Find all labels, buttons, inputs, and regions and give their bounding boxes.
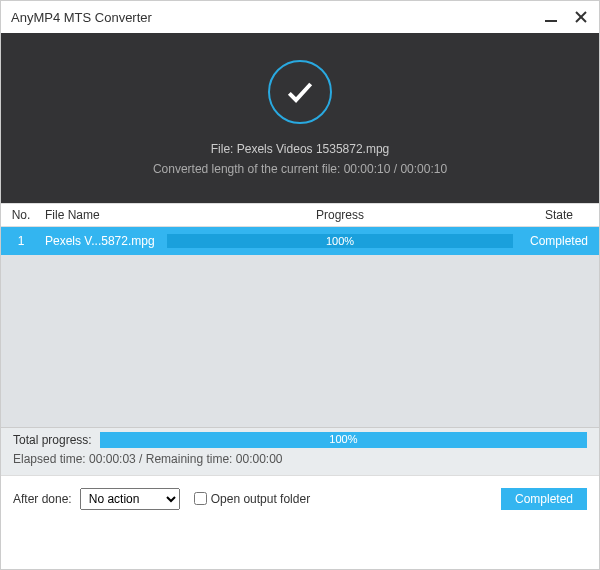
table-body: 1 Pexels V...5872.mpg 100% Completed [1, 227, 599, 427]
cell-no: 1 [1, 234, 41, 248]
window-title: AnyMP4 MTS Converter [11, 10, 152, 25]
current-file-label: File: Pexels Videos 1535872.mpg [211, 142, 390, 156]
cell-filename: Pexels V...5872.mpg [41, 234, 161, 248]
completed-button[interactable]: Completed [501, 488, 587, 510]
checkmark-icon [268, 60, 332, 124]
table-row[interactable]: 1 Pexels V...5872.mpg 100% Completed [1, 227, 599, 255]
total-progress-label: Total progress: [13, 433, 92, 447]
footer-controls: After done: No action Open output folder… [1, 475, 599, 521]
minimize-icon[interactable] [543, 9, 559, 25]
row-progress-label: 100% [161, 235, 519, 247]
total-progress-panel: Total progress: 100% Elapsed time: 00:00… [1, 427, 599, 475]
total-progress-pct: 100% [100, 433, 587, 445]
hero-panel: File: Pexels Videos 1535872.mpg Converte… [1, 33, 599, 203]
time-info: Elapsed time: 00:00:03 / Remaining time:… [13, 452, 587, 466]
open-output-folder-checkbox[interactable]: Open output folder [194, 492, 310, 506]
title-bar: AnyMP4 MTS Converter [1, 1, 599, 33]
converted-length-label: Converted length of the current file: 00… [153, 162, 447, 176]
cell-progress: 100% [161, 234, 519, 248]
open-output-folder-label: Open output folder [211, 492, 310, 506]
table-header: No. File Name Progress State [1, 203, 599, 227]
window-controls [543, 9, 589, 25]
header-progress: Progress [161, 208, 519, 222]
after-done-select[interactable]: No action [80, 488, 180, 510]
cell-state: Completed [519, 234, 599, 248]
header-no: No. [1, 208, 41, 222]
file-table: No. File Name Progress State 1 Pexels V.… [1, 203, 599, 427]
after-done-label: After done: [13, 492, 72, 506]
open-output-folder-input[interactable] [194, 492, 207, 505]
close-icon[interactable] [573, 9, 589, 25]
header-state: State [519, 208, 599, 222]
total-progress-bar: 100% [100, 432, 587, 448]
header-filename: File Name [41, 208, 161, 222]
